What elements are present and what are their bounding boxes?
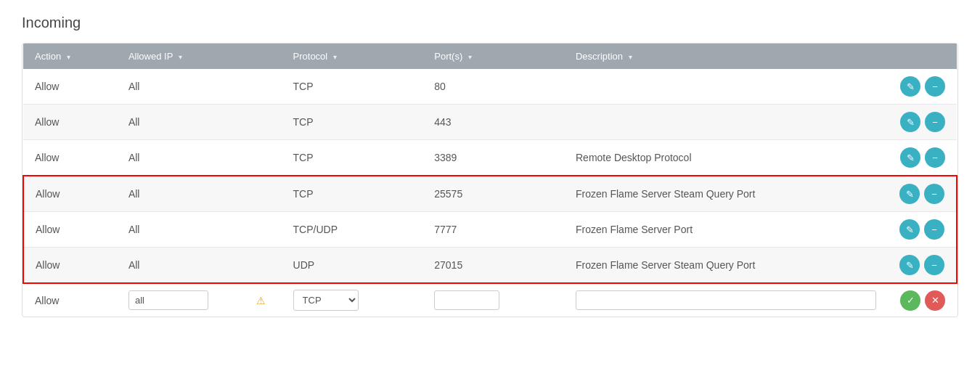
edit-button[interactable]: ✎ [899, 219, 920, 240]
sort-icon-description: ▾ [629, 53, 632, 61]
row-actions: ✎ − [888, 212, 957, 248]
cell-ports: 25575 [422, 176, 564, 212]
new-row-action: Allow [23, 283, 117, 317]
sort-icon-protocol: ▾ [333, 53, 337, 61]
edit-button[interactable]: ✎ [899, 255, 920, 275]
description-input[interactable] [576, 290, 876, 310]
cell-protocol: TCP [282, 69, 423, 105]
row-actions: ✎ − [888, 69, 957, 105]
cell-description: Frozen Flame Server Port [564, 212, 888, 248]
ip-input[interactable] [128, 290, 208, 310]
col-header-description[interactable]: Description ▾ [564, 44, 888, 69]
new-row-ip-cell: ⚠ [117, 283, 282, 317]
table-row: AllowAllTCP/UDP7777Frozen Flame Server P… [23, 212, 957, 248]
remove-button[interactable]: − [924, 219, 944, 240]
ip-input-wrapper: ⚠ [128, 290, 270, 310]
col-header-ports[interactable]: Port(s) ▾ [422, 44, 564, 69]
cell-allowed_ip: All [117, 69, 282, 105]
action-icons: ✎ − [899, 112, 945, 132]
edit-button[interactable]: ✎ [900, 76, 920, 97]
new-row-protocol-cell: TCP UDP TCP/UDP [282, 283, 423, 317]
cell-description [564, 69, 888, 105]
table-row: AllowAllTCP25575Frozen Flame Server Stea… [23, 176, 957, 212]
table-row: AllowAllUDP27015Frozen Flame Server Stea… [23, 248, 957, 284]
cell-action: Allow [23, 212, 117, 248]
cell-description: Remote Desktop Protocol [564, 140, 888, 176]
cell-description: Frozen Flame Server Steam Query Port [564, 248, 888, 284]
sort-icon-action: ▾ [67, 53, 70, 61]
action-icons: ✎ − [899, 147, 945, 168]
cell-ports: 3389 [422, 140, 564, 176]
new-row-actions-cell: ✓ ✕ [888, 283, 957, 317]
cell-allowed_ip: All [117, 248, 282, 284]
cell-protocol: TCP/UDP [282, 212, 423, 248]
cell-protocol: TCP [282, 105, 423, 140]
cell-ports: 443 [422, 105, 564, 140]
cell-protocol: UDP [282, 248, 423, 284]
action-icons: ✎ − [899, 76, 945, 97]
new-row-action-label: Allow [35, 295, 59, 306]
remove-button[interactable]: − [924, 255, 944, 275]
cell-action: Allow [23, 105, 117, 140]
col-header-action[interactable]: Action ▾ [23, 44, 117, 69]
cell-action: Allow [23, 248, 117, 284]
cell-action: Allow [23, 69, 117, 105]
confirm-button[interactable]: ✓ [900, 290, 920, 311]
firewall-table-container: Action ▾ Allowed IP ▾ Protocol ▾ Port(s)… [22, 43, 958, 317]
remove-button[interactable]: − [925, 112, 945, 132]
cell-ports: 27015 [422, 248, 564, 284]
row-actions: ✎ − [888, 140, 957, 176]
cell-allowed_ip: All [117, 140, 282, 176]
table-row: AllowAllTCP443 ✎ − [23, 105, 957, 140]
sort-icon-ports: ▾ [468, 53, 472, 61]
table-header-row: Action ▾ Allowed IP ▾ Protocol ▾ Port(s)… [23, 44, 957, 69]
col-header-protocol[interactable]: Protocol ▾ [282, 44, 423, 69]
table-row: AllowAllTCP80 ✎ − [23, 69, 957, 105]
cell-ports: 7777 [422, 212, 564, 248]
cell-allowed_ip: All [117, 176, 282, 212]
action-icons: ✎ − [899, 219, 944, 240]
cell-action: Allow [23, 140, 117, 176]
table-body: AllowAllTCP80 ✎ − AllowAllTCP443 ✎ − All… [23, 69, 957, 283]
edit-button[interactable]: ✎ [900, 112, 920, 132]
action-icons: ✎ − [899, 184, 944, 204]
table-row: AllowAllTCP3389Remote Desktop Protocol ✎… [23, 140, 957, 176]
row-actions: ✎ − [888, 105, 957, 140]
new-row-action-icons: ✓ ✕ [899, 290, 945, 311]
row-actions: ✎ − [888, 248, 957, 284]
edit-button[interactable]: ✎ [899, 184, 920, 204]
cell-action: Allow [23, 176, 117, 212]
warning-icon: ⚠ [256, 295, 266, 306]
remove-button[interactable]: − [924, 184, 944, 204]
remove-button[interactable]: − [925, 76, 945, 97]
cell-allowed_ip: All [117, 105, 282, 140]
cell-description: Frozen Flame Server Steam Query Port [564, 176, 888, 212]
cell-allowed_ip: All [117, 212, 282, 248]
cell-ports: 80 [422, 69, 564, 105]
protocol-select[interactable]: TCP UDP TCP/UDP [293, 290, 359, 311]
page-title: Incoming [22, 15, 958, 31]
remove-button[interactable]: − [925, 147, 945, 168]
cell-protocol: TCP [282, 176, 423, 212]
sort-icon-allowed-ip: ▾ [179, 53, 182, 61]
new-rule-row: Allow ⚠ TCP UDP TCP/UDP [23, 283, 957, 317]
col-header-allowed-ip[interactable]: Allowed IP ▾ [117, 44, 282, 69]
firewall-table: Action ▾ Allowed IP ▾ Protocol ▾ Port(s)… [23, 44, 957, 317]
cancel-button[interactable]: ✕ [925, 290, 945, 311]
port-input[interactable] [434, 290, 499, 310]
cell-protocol: TCP [282, 140, 423, 176]
edit-button[interactable]: ✎ [900, 147, 920, 168]
new-row-port-cell [422, 283, 564, 317]
action-icons: ✎ − [899, 255, 944, 275]
new-row-description-cell [564, 283, 888, 317]
cell-description [564, 105, 888, 140]
row-actions: ✎ − [888, 176, 957, 212]
